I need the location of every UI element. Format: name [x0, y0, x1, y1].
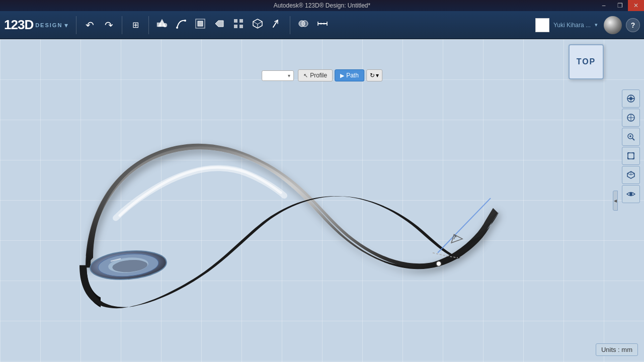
svg-rect-7 [239, 19, 243, 23]
close-button[interactable]: ✕ [628, 0, 644, 11]
svg-rect-9 [239, 25, 243, 28]
svg-rect-5 [198, 21, 203, 26]
right-collapse-handle[interactable]: ◀ [613, 191, 618, 211]
construct-button[interactable] [191, 15, 209, 35]
minimize-button[interactable]: – [596, 0, 612, 11]
modify-button[interactable] [210, 15, 228, 35]
primitives-button[interactable] [153, 15, 171, 35]
right-nav [622, 89, 640, 203]
titlebar-buttons: – ❐ ✕ [596, 0, 644, 11]
svg-point-3 [184, 20, 186, 22]
pattern-button[interactable] [229, 15, 248, 35]
color-swatch[interactable] [535, 18, 549, 32]
help-button[interactable]: ? [626, 18, 640, 32]
measure-button[interactable] [313, 15, 332, 35]
user-dropdown[interactable]: ▾ [595, 22, 598, 28]
group-button[interactable] [249, 15, 267, 35]
visibility-button[interactable] [622, 185, 640, 203]
fit-button[interactable] [622, 147, 640, 165]
material-sphere[interactable] [604, 16, 622, 34]
orbit-button[interactable] [622, 89, 640, 108]
units-label: Units : mm [601, 346, 632, 353]
user-name[interactable]: Yuki Kihara ... [553, 22, 591, 29]
sketch-button[interactable] [172, 15, 190, 35]
undo-button[interactable]: ↶ [80, 15, 99, 35]
3d-shape: ↗ [0, 39, 644, 362]
restore-button[interactable]: ❐ [612, 0, 628, 11]
svg-line-23 [438, 198, 491, 253]
top-view-button[interactable]: TOP [569, 44, 604, 79]
divider-2 [122, 16, 122, 34]
svg-point-12 [302, 21, 308, 27]
top-view-label: TOP [577, 57, 596, 66]
svg-point-46 [629, 193, 632, 196]
svg-point-26 [436, 261, 441, 266]
units-badge: Units : mm [596, 343, 638, 356]
combine-button[interactable] [294, 15, 312, 35]
svg-rect-6 [234, 19, 237, 23]
grid-button[interactable]: ⊞ [126, 15, 144, 35]
redo-button[interactable]: ↷ [100, 15, 118, 35]
svg-text:↗: ↗ [451, 233, 458, 241]
user-area: Yuki Kihara ... ▾ ? [535, 16, 640, 34]
exit-button[interactable] [268, 15, 286, 35]
divider-4 [290, 16, 290, 34]
pan-button[interactable] [622, 109, 640, 127]
logo[interactable]: 123D DESIGN ▾ [4, 17, 68, 33]
divider-3 [148, 16, 149, 34]
canvas-area: 0.995 ▾ ↖ Profile ▶ Path ↻ ▾ [0, 39, 644, 362]
svg-rect-8 [234, 25, 237, 28]
svg-rect-37 [628, 153, 634, 159]
divider-1 [76, 16, 76, 34]
main-toolbar: 123D DESIGN ▾ ↶ ↷ ⊞ [0, 11, 644, 39]
svg-point-2 [176, 27, 178, 29]
titlebar: Autodesk® 123D® Design: Untitled* – ❐ ✕ [0, 0, 644, 11]
svg-rect-0 [157, 23, 161, 27]
svg-line-34 [632, 138, 634, 140]
zoom-button[interactable] [622, 128, 640, 146]
view-cube-button[interactable] [622, 166, 640, 184]
title-text: Autodesk® 123D® Design: Untitled* [274, 2, 370, 9]
logo-design: DESIGN [35, 22, 62, 28]
logo-dropdown-arrow[interactable]: ▾ [64, 21, 68, 29]
logo-text: 123D [4, 17, 33, 33]
svg-point-1 [163, 23, 167, 27]
